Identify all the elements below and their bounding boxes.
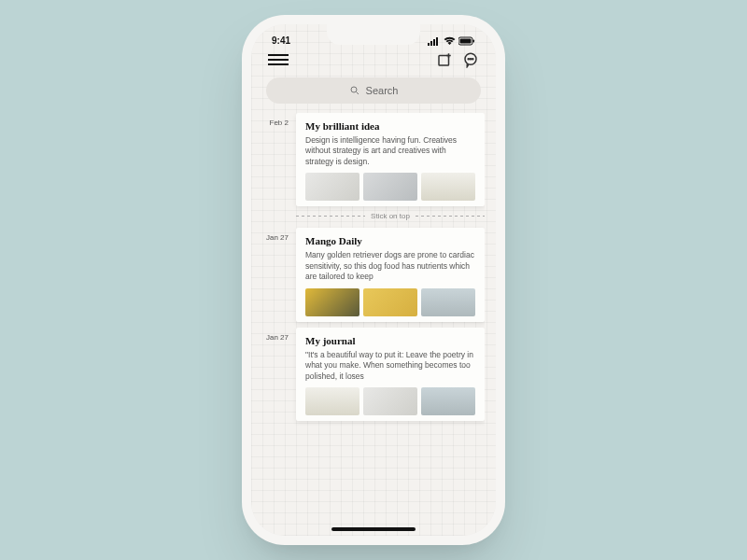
status-time: 9:41 <box>272 35 290 46</box>
thumbnail[interactable] <box>363 387 417 415</box>
thumbnail[interactable] <box>305 173 359 201</box>
note-thumbnails <box>305 288 475 316</box>
svg-rect-6 <box>473 39 475 42</box>
note-date: Feb 2 <box>262 113 289 206</box>
note-entry[interactable]: Jan 27 Mango Daily Many golden retriever… <box>262 228 485 321</box>
svg-rect-0 <box>428 43 430 46</box>
svg-rect-7 <box>439 56 449 66</box>
cellular-icon <box>428 36 441 46</box>
note-date: Jan 27 <box>262 328 289 421</box>
svg-rect-5 <box>460 38 472 43</box>
note-card[interactable]: My brilliant idea Design is intelligence… <box>296 113 485 206</box>
svg-point-11 <box>472 59 473 60</box>
note-card[interactable]: Mango Daily Many golden retriever dogs a… <box>296 228 485 321</box>
svg-rect-3 <box>436 37 438 46</box>
note-thumbnails <box>305 173 475 201</box>
svg-rect-2 <box>433 39 435 46</box>
note-title: Mango Daily <box>305 235 475 246</box>
note-body: Many golden retriever dogs are prone to … <box>305 250 475 282</box>
note-entry[interactable]: Feb 2 My brilliant idea Design is intell… <box>262 113 485 206</box>
thumbnail[interactable] <box>421 173 475 201</box>
divider-label: Stick on top <box>371 212 410 220</box>
search-placeholder: Search <box>366 85 399 96</box>
note-date: Jan 27 <box>262 228 289 321</box>
note-body: Design is intelligence having fun. Creat… <box>305 135 475 167</box>
screen: 9:41 Search Feb 2 My br <box>251 24 496 536</box>
note-title: My brilliant idea <box>305 120 475 132</box>
search-bar[interactable]: Search <box>266 77 481 104</box>
new-note-icon[interactable] <box>436 51 453 68</box>
note-card[interactable]: My journal "It's a beautiful way to put … <box>296 328 485 421</box>
status-bar: 9:41 <box>262 34 485 51</box>
status-indicators <box>428 36 475 46</box>
nav-actions <box>436 51 479 68</box>
note-entry[interactable]: Jan 27 My journal "It's a beautiful way … <box>262 328 485 421</box>
thumbnail[interactable] <box>363 173 417 201</box>
wifi-icon <box>444 36 456 46</box>
thumbnail[interactable] <box>305 288 359 316</box>
thumbnail[interactable] <box>305 387 359 415</box>
menu-icon[interactable] <box>268 51 289 68</box>
notes-list[interactable]: Feb 2 My brilliant idea Design is intell… <box>262 113 485 536</box>
nav-row <box>262 51 485 72</box>
note-title: My journal <box>305 335 475 346</box>
svg-rect-1 <box>430 41 432 46</box>
thumbnail[interactable] <box>421 288 475 316</box>
phone-frame: 9:41 Search Feb 2 My br <box>251 24 496 536</box>
battery-icon <box>458 36 475 46</box>
thumbnail[interactable] <box>421 387 475 415</box>
stick-on-top-divider: Stick on top <box>296 212 485 220</box>
svg-point-9 <box>468 59 469 60</box>
search-icon <box>349 85 360 96</box>
note-thumbnails <box>305 387 475 415</box>
chat-icon[interactable] <box>462 51 479 68</box>
thumbnail[interactable] <box>363 288 417 316</box>
svg-point-10 <box>470 59 471 60</box>
svg-point-12 <box>351 87 357 92</box>
note-body: "It's a beautiful way to put it: Leave t… <box>305 350 475 382</box>
home-indicator[interactable] <box>331 527 416 531</box>
